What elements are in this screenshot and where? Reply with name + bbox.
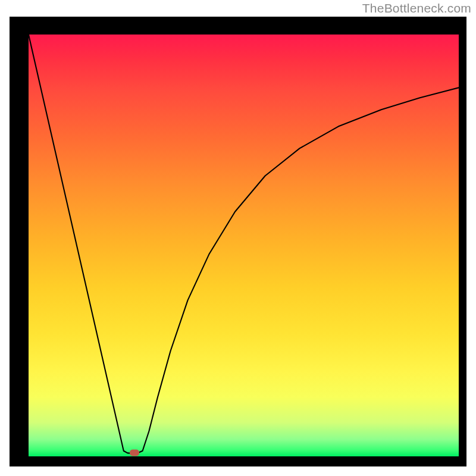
minimum-marker (130, 449, 139, 456)
plot-area (29, 35, 459, 456)
curve-svg (29, 35, 459, 456)
chart-frame (10, 17, 466, 466)
bottleneck-curve (29, 35, 459, 453)
watermark-text: TheBottleneck.com (362, 1, 471, 15)
